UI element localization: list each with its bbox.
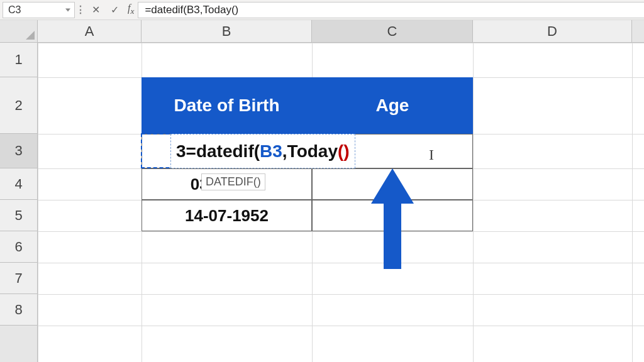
x-icon: ✕ bbox=[92, 4, 100, 16]
name-box[interactable]: C3 bbox=[3, 2, 75, 18]
function-tooltip: DATEDIF() bbox=[201, 173, 265, 190]
cells-area[interactable]: Date of BirthAge03 0114-07-19523=datedif… bbox=[38, 43, 644, 362]
spreadsheet-grid: ABCD 12345678 Date of BirthAge03 0114-07… bbox=[0, 20, 644, 362]
svg-marker-0 bbox=[371, 168, 414, 269]
separator: ⋮ bbox=[77, 2, 84, 18]
column-headers: ABCD bbox=[38, 20, 644, 43]
formula-prefix-char: 3 bbox=[176, 141, 186, 162]
row-header-5[interactable]: 5 bbox=[0, 200, 37, 231]
column-header-b[interactable]: B bbox=[142, 20, 312, 42]
enter-button[interactable]: ✓ bbox=[105, 2, 124, 18]
inline-formula-editor[interactable]: 3=datedif(B3,Today() bbox=[170, 134, 355, 168]
row-header-2[interactable]: 2 bbox=[0, 77, 37, 134]
chevron-down-icon[interactable] bbox=[65, 8, 70, 11]
row-header-3[interactable]: 3 bbox=[0, 134, 37, 168]
row-header-4[interactable]: 4 bbox=[0, 168, 37, 200]
check-icon: ✓ bbox=[111, 4, 119, 16]
text-cursor-icon: I bbox=[429, 146, 434, 163]
column-header-c[interactable]: C bbox=[312, 20, 473, 42]
column-header-a[interactable]: A bbox=[38, 20, 142, 42]
header-age[interactable]: Age bbox=[312, 77, 473, 134]
fx-icon[interactable]: fx bbox=[128, 3, 134, 16]
cell-b5[interactable]: 14-07-1952 bbox=[142, 200, 312, 231]
row-header-7[interactable]: 7 bbox=[0, 263, 37, 294]
column-header-d[interactable]: D bbox=[473, 20, 632, 42]
header-date-of-birth[interactable]: Date of Birth bbox=[142, 77, 312, 134]
row-headers: 12345678 bbox=[0, 43, 38, 362]
annotation-arrow-icon bbox=[371, 168, 414, 269]
row-header-6[interactable]: 6 bbox=[0, 231, 37, 263]
formula-input[interactable]: =datedif(B3,Today() bbox=[138, 2, 644, 18]
row-header-8[interactable]: 8 bbox=[0, 294, 37, 326]
name-box-value: C3 bbox=[8, 4, 21, 16]
row-header-1[interactable]: 1 bbox=[0, 43, 37, 77]
cancel-button[interactable]: ✕ bbox=[86, 2, 105, 18]
formula-text: =datedif(B3,Today() bbox=[145, 4, 238, 16]
formula-bar-container: C3 ⋮ ✕ ✓ fx =datedif(B3,Today() bbox=[0, 0, 644, 20]
select-all-corner[interactable] bbox=[0, 20, 38, 43]
